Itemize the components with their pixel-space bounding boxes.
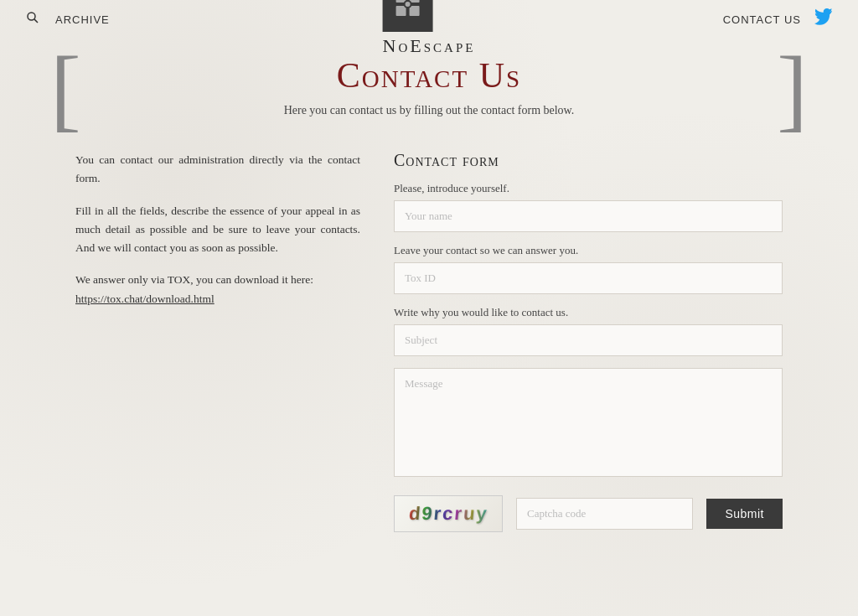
name-input[interactable] [394, 200, 783, 232]
svg-rect-5 [410, 6, 420, 16]
bracket-right-icon: ] [777, 43, 808, 135]
logo-puzzle-icon [391, 0, 425, 27]
contact-label: Leave your contact so we can answer you. [394, 244, 783, 257]
contact-form-section: Contact form Please, introduce yourself.… [394, 151, 783, 532]
logo-box [383, 0, 433, 32]
search-icon[interactable] [25, 10, 40, 28]
header-left: Archive [25, 10, 110, 28]
message-textarea[interactable] [394, 368, 783, 477]
captcha-display-text: d9rcruy [408, 503, 489, 525]
captcha-input[interactable] [516, 498, 693, 530]
page-subheading: Here you can contact us by filling out t… [0, 104, 858, 117]
tox-id-input[interactable] [394, 262, 783, 294]
message-label: Write why you would like to contact us. [394, 306, 783, 319]
svg-point-7 [406, 2, 411, 7]
svg-rect-4 [396, 6, 406, 16]
contact-us-link[interactable]: Contact Us [723, 13, 801, 26]
page-heading: Contact Us [0, 55, 858, 96]
tox-download-link[interactable]: https://tox.chat/download.html [75, 292, 214, 305]
submit-button[interactable]: Submit [706, 499, 783, 529]
captcha-image: d9rcruy [394, 495, 503, 532]
main-content: You can contact our administration direc… [0, 134, 858, 557]
archive-link[interactable]: Archive [55, 13, 110, 26]
form-title: Contact form [394, 151, 783, 170]
left-para-2: Fill in all the fields, describe the ess… [75, 202, 360, 258]
left-para-1: You can contact our administration direc… [75, 151, 360, 189]
header: Archive NoEscape Contact Us [0, 0, 858, 30]
bracket-left-icon: [ [50, 43, 81, 135]
name-label: Please, introduce yourself. [394, 182, 783, 195]
svg-point-0 [28, 13, 35, 20]
header-right: Contact Us [723, 8, 833, 30]
subject-input[interactable] [394, 324, 783, 356]
left-text-section: You can contact our administration direc… [75, 151, 360, 322]
twitter-icon[interactable] [814, 8, 833, 30]
left-para-3-text: We answer only via TOX, you can download… [75, 273, 313, 286]
svg-line-1 [34, 19, 38, 23]
captcha-row: d9rcruy Submit [394, 495, 783, 532]
page-heading-section: [ ] Contact Us Here you can contact us b… [0, 30, 858, 134]
left-para-3: We answer only via TOX, you can download… [75, 271, 360, 308]
